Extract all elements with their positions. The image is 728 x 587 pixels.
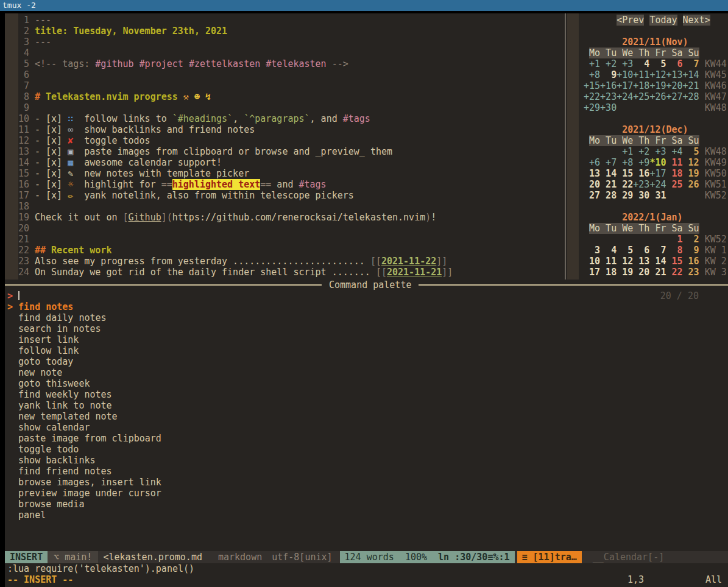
calendar-day[interactable]: +10 (617, 69, 633, 80)
calendar-day[interactable]: +4 (666, 146, 682, 157)
calendar-day[interactable]: +13 (666, 69, 682, 80)
tab-segment[interactable]: ≡ [11]tra… (517, 551, 582, 563)
palette-prompt[interactable]: > (7, 290, 19, 301)
calendar-day[interactable]: 29 (617, 190, 633, 201)
calendar-day[interactable]: 5 (683, 146, 699, 157)
github-url[interactable]: https://github.com/renerocksai/telekaste… (172, 212, 425, 223)
calendar-day[interactable]: 27 (584, 190, 600, 201)
calendar-day[interactable]: +27 (666, 91, 682, 102)
calendar-day[interactable]: 20 (584, 179, 600, 190)
calendar-day[interactable]: +8 (584, 69, 600, 80)
palette-item[interactable]: goto thisweek (7, 378, 161, 389)
calendar-day[interactable]: 21 (600, 179, 617, 190)
calendar-day[interactable]: *10 (649, 157, 666, 168)
calendar-day[interactable]: 13 (584, 168, 600, 179)
calendar-day[interactable]: +18 (633, 80, 649, 91)
calendar-day[interactable]: 16 (633, 168, 649, 179)
palette-item[interactable]: search in notes (7, 323, 161, 334)
palette-item[interactable]: follow link (7, 345, 161, 356)
palette-item[interactable]: find daily notes (7, 312, 161, 323)
calendar-day[interactable]: 12 (617, 256, 633, 267)
calendar-day[interactable]: 7 (649, 245, 666, 256)
calendar-day[interactable]: 10 (584, 256, 600, 267)
calendar-day[interactable]: 30 (633, 190, 649, 201)
calendar-day[interactable]: 14 (649, 256, 666, 267)
calendar-day[interactable]: 26 (683, 179, 699, 190)
calendar-day[interactable]: +17 (617, 80, 633, 91)
calendar-day[interactable]: 9 (600, 69, 617, 80)
calendar-day[interactable]: +29 (584, 102, 600, 113)
palette-item[interactable]: toggle todo (7, 444, 161, 455)
calendar-day[interactable]: 4 (633, 58, 649, 69)
calendar-day[interactable]: 3 (584, 245, 600, 256)
calendar-day[interactable]: +21 (683, 80, 699, 91)
github-link[interactable]: Github (129, 212, 161, 223)
calendar-day[interactable]: +25 (633, 91, 649, 102)
palette-item[interactable]: browse media (7, 499, 161, 510)
calendar-day[interactable]: 6 (666, 58, 682, 69)
calendar-day[interactable]: 18 (600, 267, 617, 278)
next-button[interactable]: Next> (683, 15, 710, 26)
calendar-day[interactable]: 14 (600, 168, 617, 179)
window-separator[interactable] (565, 13, 566, 279)
calendar-day[interactable]: 31 (649, 190, 666, 201)
calendar-day[interactable]: 28 (600, 190, 617, 201)
calendar-day[interactable]: 6 (633, 245, 649, 256)
calendar-day[interactable]: +1 (584, 58, 600, 69)
palette-item[interactable]: find weekly notes (7, 389, 161, 400)
calendar-day[interactable]: 13 (633, 256, 649, 267)
command-line[interactable]: :lua require('telekasten').panel() (7, 563, 194, 574)
prev-button[interactable]: <Prev (617, 15, 644, 26)
calendar-day[interactable]: +19 (649, 80, 666, 91)
calendar-day[interactable]: 22 (617, 179, 633, 190)
editor-buffer[interactable]: 1---2title: Tuesday, November 23th, 2021… (5, 15, 565, 278)
palette-item[interactable]: find friend notes (7, 466, 161, 477)
calendar-day[interactable]: +7 (600, 157, 617, 168)
calendar-day[interactable]: +30 (600, 102, 617, 113)
calendar-day[interactable]: +9 (633, 157, 649, 168)
calendar-day[interactable]: +24 (617, 91, 633, 102)
calendar-day[interactable]: 23 (683, 267, 699, 278)
calendar-day[interactable]: 22 (666, 267, 682, 278)
palette-item[interactable]: browse images, insert link (7, 477, 161, 488)
calendar-day[interactable]: +8 (617, 157, 633, 168)
calendar-day[interactable]: 16 (683, 256, 699, 267)
calendar-day[interactable]: +6 (584, 157, 600, 168)
today-button[interactable]: Today (649, 15, 677, 26)
calendar-pane[interactable]: <Prev Today Next> 2021/11(Nov) Mo Tu We … (584, 15, 728, 278)
calendar-day[interactable]: 12 (683, 157, 699, 168)
calendar-day[interactable]: +12 (649, 69, 666, 80)
note-link[interactable]: 2021-11-21 (387, 267, 442, 278)
calendar-day[interactable]: 19 (617, 267, 633, 278)
calendar-day[interactable]: +3 (649, 146, 666, 157)
calendar-day[interactable]: +23 (600, 91, 617, 102)
note-link[interactable]: 2021-11-22 (381, 256, 436, 267)
calendar-day[interactable]: 11 (600, 256, 617, 267)
calendar-day[interactable]: 5 (649, 58, 666, 69)
calendar-day[interactable]: +24 (649, 179, 666, 190)
calendar-day[interactable]: +28 (683, 91, 699, 102)
palette-item[interactable]: panel (7, 510, 161, 521)
calendar-day[interactable]: +16 (600, 80, 617, 91)
calendar-day[interactable]: 2 (683, 234, 699, 245)
calendar-day[interactable]: +3 (617, 58, 633, 69)
calendar-day[interactable]: 9 (683, 245, 699, 256)
calendar-day[interactable]: 19 (683, 168, 699, 179)
calendar-day[interactable]: 11 (666, 157, 682, 168)
calendar-day[interactable]: +2 (633, 146, 649, 157)
calendar-day[interactable]: +2 (600, 58, 617, 69)
calendar-day[interactable]: +11 (633, 69, 649, 80)
calendar-day[interactable]: 1 (666, 234, 682, 245)
calendar-day[interactable]: 4 (600, 245, 617, 256)
calendar-day[interactable]: +17 (649, 168, 666, 179)
palette-item[interactable]: new templated note (7, 411, 161, 422)
calendar-day[interactable]: 17 (584, 267, 600, 278)
palette-item[interactable]: show calendar (7, 422, 161, 433)
calendar-day[interactable]: +23 (633, 179, 649, 190)
calendar-day[interactable]: +1 (617, 146, 633, 157)
palette-item[interactable]: yank link to note (7, 400, 161, 411)
calendar-day[interactable]: +20 (666, 80, 682, 91)
palette-item-selected[interactable]: > find notes (7, 301, 161, 312)
calendar-day[interactable]: 25 (666, 179, 682, 190)
calendar-day[interactable]: 8 (666, 245, 682, 256)
